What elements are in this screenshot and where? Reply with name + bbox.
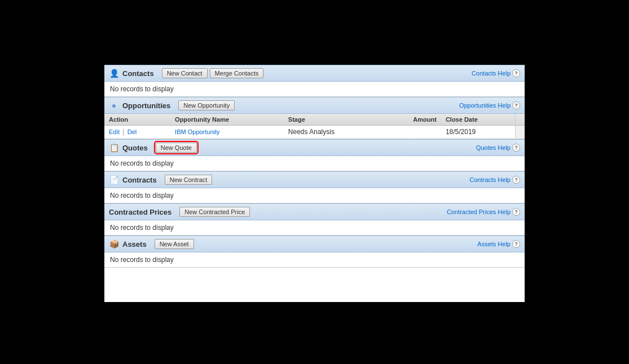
opportunities-table: Action Opportunity Name Stage Amount Clo… [104, 114, 525, 139]
action-separator: | [122, 128, 124, 136]
new-quote-button[interactable]: New Quote [156, 143, 197, 153]
contracted-prices-buttons: New Contracted Price [179, 207, 250, 217]
opportunities-buttons: New Opportunity [178, 100, 235, 110]
col-amount: Amount [383, 114, 441, 126]
main-content: 👤 Contacts New Contact Merge Contacts Co… [104, 65, 525, 302]
contracts-section: 📄 Contracts New Contract Contracts Help … [104, 171, 525, 203]
contracted-prices-body: No records to display [104, 220, 525, 235]
contacts-buttons: New Contact Merge Contacts [162, 68, 264, 78]
assets-body: No records to display [104, 252, 525, 267]
quotes-icon: 📋 [109, 143, 119, 153]
quotes-section: 📋 Quotes New Quote Quotes Help ? No reco… [104, 139, 525, 171]
contracts-body: No records to display [104, 188, 525, 203]
contracted-prices-no-records: No records to display [110, 224, 174, 232]
merge-contacts-button[interactable]: Merge Contacts [210, 68, 264, 78]
contracted-prices-help-icon[interactable]: ? [512, 208, 520, 216]
row-actions: Edit | Del [104, 126, 170, 139]
assets-title: Assets [122, 240, 147, 248]
row-opp-name: IBM Opportunity [170, 126, 284, 139]
opportunities-body: Action Opportunity Name Stage Amount Clo… [104, 114, 525, 139]
col-action: Action [104, 114, 170, 126]
contacts-section: 👤 Contacts New Contact Merge Contacts Co… [104, 65, 525, 97]
edit-link[interactable]: Edit [109, 128, 120, 135]
quotes-title: Quotes [122, 144, 148, 152]
contracts-no-records: No records to display [110, 192, 174, 199]
opportunities-icon: ● [109, 100, 119, 110]
col-stage: Stage [284, 114, 383, 126]
assets-no-records: No records to display [110, 256, 174, 264]
quotes-help-icon[interactable]: ? [512, 144, 520, 152]
col-close-date: Close Date [441, 114, 516, 126]
assets-help-icon[interactable]: ? [512, 240, 520, 248]
scrollbar-placeholder [516, 114, 525, 126]
new-asset-button[interactable]: New Asset [155, 239, 194, 249]
row-stage: Needs Analysis [284, 126, 383, 139]
opportunities-help[interactable]: Opportunities Help ? [459, 101, 520, 109]
contracts-icon: 📄 [109, 175, 119, 185]
contracts-title: Contracts [122, 176, 157, 184]
contracts-buttons: New Contract [165, 175, 213, 185]
opportunities-header: ● Opportunities New Opportunity Opportun… [104, 97, 525, 114]
opportunities-section: ● Opportunities New Opportunity Opportun… [104, 97, 525, 139]
quotes-header: 📋 Quotes New Quote Quotes Help ? [104, 139, 525, 156]
contracted-prices-header: Contracted Prices New Contracted Price C… [104, 203, 525, 220]
quotes-body: No records to display [104, 156, 525, 171]
contacts-body: No records to display [104, 82, 525, 96]
col-opportunity-name: Opportunity Name [170, 114, 284, 126]
opportunities-help-text: Opportunities Help [459, 102, 511, 109]
assets-header: 📦 Assets New Asset Assets Help ? [104, 236, 525, 252]
assets-help[interactable]: Assets Help ? [477, 240, 520, 248]
top-black-bar [0, 0, 629, 65]
contracted-prices-help[interactable]: Contracted Prices Help ? [447, 208, 520, 216]
contacts-help-text: Contacts Help [472, 70, 511, 77]
opportunities-title: Opportunities [122, 101, 170, 110]
contracts-help[interactable]: Contracts Help ? [469, 176, 520, 184]
contacts-help-icon[interactable]: ? [512, 69, 520, 77]
quotes-help-text: Quotes Help [476, 144, 511, 151]
contacts-icon: 👤 [109, 68, 119, 78]
row-amount [383, 126, 441, 139]
new-opportunity-button[interactable]: New Opportunity [178, 100, 235, 110]
ibm-opportunity-link[interactable]: IBM Opportunity [175, 128, 219, 135]
opportunities-help-icon[interactable]: ? [512, 101, 520, 109]
contracts-help-icon[interactable]: ? [512, 176, 520, 184]
contracted-prices-help-text: Contracted Prices Help [447, 208, 511, 215]
contacts-no-records: No records to display [110, 85, 174, 93]
bottom-black-bar [0, 302, 629, 364]
assets-buttons: New Asset [155, 239, 194, 249]
new-contract-button[interactable]: New Contract [165, 175, 213, 185]
contracted-prices-section: Contracted Prices New Contracted Price C… [104, 203, 525, 236]
quotes-no-records: No records to display [110, 159, 174, 167]
row-scrollbar-placeholder [516, 126, 525, 139]
row-close-date: 18/5/2019 [441, 126, 516, 139]
assets-help-text: Assets Help [477, 241, 511, 247]
contracts-header: 📄 Contracts New Contract Contracts Help … [104, 171, 525, 188]
contracts-help-text: Contracts Help [469, 176, 511, 183]
new-contracted-price-button[interactable]: New Contracted Price [179, 207, 250, 217]
screen-wrapper: 👤 Contacts New Contact Merge Contacts Co… [0, 0, 629, 364]
contacts-header: 👤 Contacts New Contact Merge Contacts Co… [104, 65, 525, 82]
quotes-buttons: New Quote [156, 143, 197, 153]
contacts-title: Contacts [122, 69, 154, 78]
assets-icon: 📦 [109, 239, 119, 249]
contacts-help[interactable]: Contacts Help ? [472, 69, 520, 77]
table-row: Edit | Del IBM Opportunity Needs Analysi… [104, 126, 525, 139]
del-link[interactable]: Del [127, 128, 137, 135]
assets-section: 📦 Assets New Asset Assets Help ? No reco… [104, 236, 525, 268]
new-contact-button[interactable]: New Contact [162, 68, 208, 78]
quotes-help[interactable]: Quotes Help ? [476, 144, 520, 152]
contracted-prices-title: Contracted Prices [109, 208, 171, 216]
